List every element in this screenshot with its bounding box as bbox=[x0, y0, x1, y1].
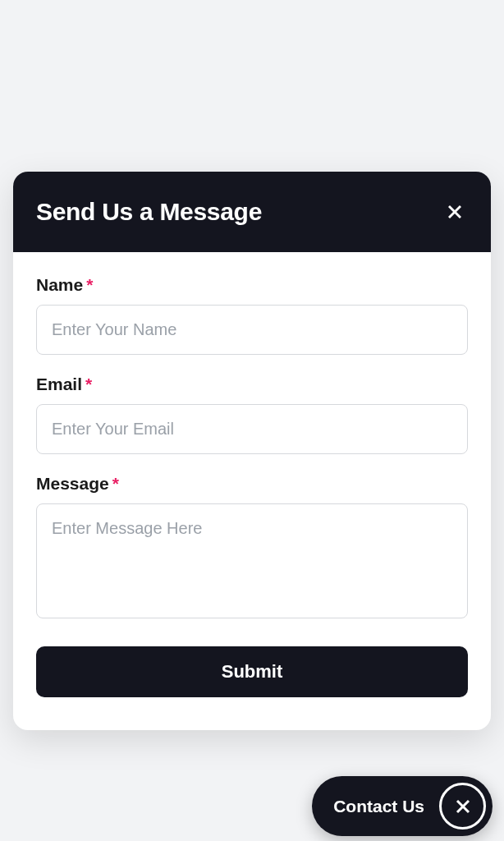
close-button[interactable] bbox=[442, 199, 468, 225]
fab-close-circle[interactable] bbox=[439, 783, 486, 830]
close-icon bbox=[453, 797, 473, 816]
email-label: Email* bbox=[36, 375, 468, 394]
required-asterisk: * bbox=[85, 375, 92, 393]
message-label: Message* bbox=[36, 474, 468, 494]
email-label-text: Email bbox=[36, 375, 82, 393]
message-input[interactable] bbox=[36, 503, 468, 618]
modal-body: Name* Email* Message* Submit bbox=[13, 252, 491, 730]
modal-title: Send Us a Message bbox=[36, 198, 262, 226]
fab-label: Contact Us bbox=[333, 797, 424, 816]
name-label-text: Name bbox=[36, 275, 83, 294]
email-input[interactable] bbox=[36, 404, 468, 454]
name-label: Name* bbox=[36, 275, 468, 295]
required-asterisk: * bbox=[86, 275, 93, 294]
contact-modal: Send Us a Message Name* Email* Message* bbox=[13, 172, 491, 730]
contact-fab[interactable]: Contact Us bbox=[312, 776, 493, 836]
required-asterisk: * bbox=[112, 474, 119, 493]
name-input[interactable] bbox=[36, 305, 468, 355]
modal-header: Send Us a Message bbox=[13, 172, 491, 252]
email-field: Email* bbox=[36, 375, 468, 454]
name-field: Name* bbox=[36, 275, 468, 355]
close-icon bbox=[445, 202, 465, 222]
message-label-text: Message bbox=[36, 474, 109, 493]
message-field: Message* bbox=[36, 474, 468, 622]
submit-button[interactable]: Submit bbox=[36, 646, 468, 697]
